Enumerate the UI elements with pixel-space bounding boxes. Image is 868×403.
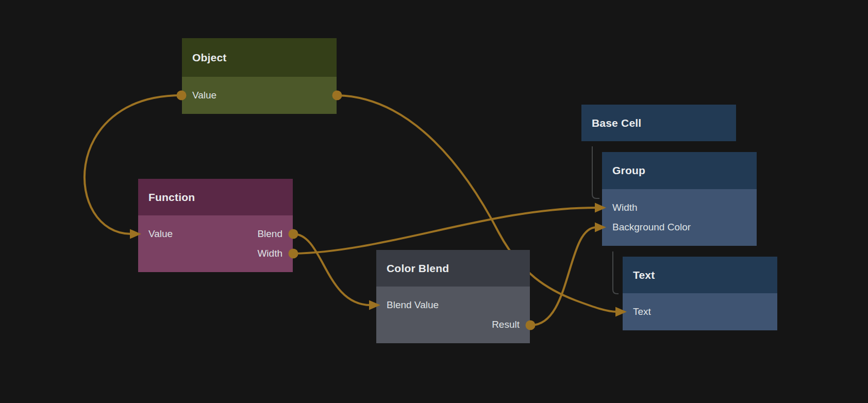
node-text-title: Text	[633, 269, 655, 281]
node-function-header[interactable]: Function	[138, 179, 293, 215]
node-function-title: Function	[148, 191, 195, 204]
edge-color-blend-result-to-group-background-color[interactable]	[530, 227, 596, 325]
row-function-width-label: Width	[257, 248, 282, 259]
row-object-value-label: Value	[192, 90, 216, 101]
node-group[interactable]: Group Width Background Color	[602, 152, 757, 246]
node-text-header[interactable]: Text	[623, 257, 777, 293]
node-color-blend-title: Color Blend	[387, 262, 449, 275]
row-group-width-label: Width	[612, 202, 638, 213]
row-function-value-blend: Value Blend	[138, 224, 293, 244]
row-color-blend-result-label: Result	[492, 319, 520, 330]
port-object-value-out-right[interactable]	[332, 91, 342, 100]
node-group-header[interactable]: Group	[602, 152, 757, 189]
node-group-body: Width Background Color	[602, 189, 757, 246]
node-base-cell[interactable]: Base Cell	[581, 105, 736, 141]
row-group-background-color-label: Background Color	[612, 222, 691, 233]
node-group-title: Group	[612, 164, 645, 177]
row-color-blend-blend-value: Blend Value	[376, 295, 530, 315]
node-object-body: Value	[182, 77, 337, 114]
row-function-width: Width	[138, 244, 293, 263]
hierarchy-line-base-cell-to-group	[592, 146, 599, 198]
row-group-background-color: Background Color	[602, 217, 757, 237]
node-object-header[interactable]: Object	[182, 38, 337, 77]
node-function-body: Value Blend Width	[138, 215, 293, 272]
node-text-body: Text	[623, 293, 777, 330]
port-object-value-out-left[interactable]	[177, 91, 187, 100]
node-color-blend-header[interactable]: Color Blend	[376, 250, 530, 287]
edge-function-width-to-group-width[interactable]	[293, 208, 596, 254]
node-base-cell-header[interactable]: Base Cell	[581, 105, 736, 141]
row-text-text: Text	[623, 302, 777, 322]
port-color-blend-result-out[interactable]	[526, 321, 536, 330]
edge-function-blend-to-color-blend-blend-value[interactable]	[293, 234, 371, 305]
port-function-blend-out[interactable]	[289, 229, 298, 239]
node-color-blend-body: Blend Value Result	[376, 287, 530, 343]
node-text[interactable]: Text Text	[623, 257, 777, 330]
row-group-width: Width	[602, 198, 757, 217]
node-function[interactable]: Function Value Blend Width	[138, 179, 293, 272]
row-function-blend-label: Blend	[257, 228, 282, 240]
node-object[interactable]: Object Value	[182, 38, 337, 114]
node-color-blend[interactable]: Color Blend Blend Value Result	[376, 250, 530, 343]
row-color-blend-result: Result	[376, 315, 530, 334]
port-function-width-out[interactable]	[289, 249, 298, 259]
row-text-text-label: Text	[633, 306, 651, 317]
row-object-value: Value	[182, 86, 337, 105]
node-graph-canvas[interactable]: Object Value Function Value Blend Width	[0, 0, 868, 403]
row-function-value-label: Value	[148, 228, 173, 240]
row-color-blend-blend-value-label: Blend Value	[387, 299, 439, 311]
hierarchy-line-group-to-text	[613, 251, 619, 294]
node-base-cell-title: Base Cell	[592, 117, 641, 129]
node-object-title: Object	[192, 52, 227, 64]
